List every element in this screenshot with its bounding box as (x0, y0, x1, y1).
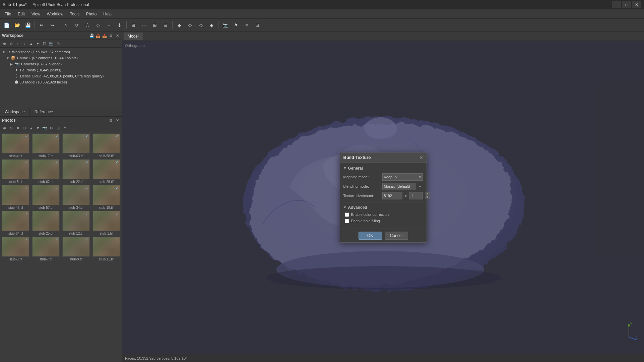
texture-size-input[interactable] (382, 192, 402, 199)
tree-workspace[interactable]: ▼ 🗂 Workspace (1 chunks, 67 cameras) (0, 49, 122, 55)
photos-grid-view[interactable]: ⊞ (55, 125, 61, 131)
photos-capture[interactable]: 📷 (42, 125, 48, 131)
workspace-import-btn[interactable]: 📥 (95, 33, 101, 38)
tree-3d-model[interactable]: ⬟ 3D Model (10,332,928 faces) (0, 79, 122, 85)
ws-remove[interactable]: ⊖ (8, 41, 14, 47)
toolbar-shape3[interactable]: ◇ (196, 20, 206, 30)
minimize-button[interactable]: – (612, 1, 621, 8)
photo-item[interactable]: ✓stub-12.tif (62, 211, 90, 235)
menu-tools[interactable]: Tools (67, 10, 83, 18)
photo-item[interactable]: ✓stub-63.tif (62, 133, 90, 158)
enable-hole-filling-checkbox[interactable] (345, 219, 349, 223)
texture-count-up[interactable]: ▲ (425, 192, 430, 195)
toolbar-hex[interactable]: ⬡ (82, 20, 92, 30)
toolbar-align[interactable]: ⊡ (252, 20, 262, 30)
photo-item[interactable]: ✓stub-7.tif (31, 237, 60, 261)
menu-workflow[interactable]: Workflow (44, 10, 67, 18)
ws-add-chunk[interactable]: ⊕ (1, 41, 7, 47)
viewport-content[interactable]: Orthographic Y Z Build Texture ✕ (122, 41, 644, 354)
photo-item[interactable]: ✓stub-5.tif (1, 159, 30, 184)
toolbar-move[interactable]: ↔ (104, 20, 114, 30)
tree-cameras[interactable]: ▶ 📷 Cameras (67/67 aligned) (0, 61, 122, 67)
ws-import[interactable]: ↑ (15, 41, 21, 47)
toolbar-rotate[interactable]: ⟳ (72, 20, 82, 30)
enable-hole-filling-label[interactable]: Enable hole filling (351, 219, 380, 223)
menu-view[interactable]: View (28, 10, 44, 18)
toolbar-cross[interactable]: ✛ (115, 20, 125, 30)
photos-check[interactable]: ☐ (21, 125, 27, 131)
toolbar-redo[interactable]: ↪ (47, 20, 57, 30)
enable-color-correction-label[interactable]: Enable color correction (351, 213, 389, 217)
ws-export[interactable]: ↓ (21, 41, 27, 47)
toolbar-shape4[interactable]: ◆ (206, 20, 216, 30)
toolbar-select[interactable]: ↖ (61, 20, 71, 30)
toolbar-flag[interactable]: ⚑ (231, 20, 241, 30)
photos-list-view[interactable]: ≡ (62, 125, 68, 131)
photo-item[interactable]: ✓stub-3.tif (1, 237, 30, 261)
tree-chunk[interactable]: ▼ 📦 Chunk 1 (67 cameras, 18,449 points) (0, 55, 122, 61)
toolbar-grid[interactable]: ⊞ (150, 20, 160, 30)
toolbar-shape1[interactable]: ◆ (174, 20, 184, 30)
workspace-close-btn[interactable]: ✕ (115, 33, 120, 38)
workspace-export-btn[interactable]: 📤 (102, 33, 107, 38)
close-button[interactable]: ✕ (632, 1, 641, 8)
photo-item[interactable]: ✓stub-22.tif (62, 159, 90, 184)
photo-item[interactable]: ✓stub-64.tif (1, 211, 30, 235)
photo-item[interactable]: ✓stub-29.tif (92, 159, 121, 184)
toolbar-mesh[interactable]: ⊞ (128, 20, 138, 30)
ws-move-up[interactable]: ▲ (28, 41, 34, 47)
workspace-save-btn[interactable]: 💾 (89, 33, 94, 38)
photo-item[interactable]: ✓stub-25.tif (31, 211, 60, 235)
dialog-close-button[interactable]: ✕ (419, 155, 423, 160)
photo-item[interactable]: ✓stub-46.tif (1, 185, 30, 209)
ws-check[interactable]: ☐ (42, 41, 48, 47)
viewport-tab-model[interactable]: Model (124, 33, 143, 40)
photo-item[interactable]: ✓stub-11.tif (92, 237, 121, 261)
ws-capture[interactable]: 📷 (48, 41, 54, 47)
photo-item[interactable]: ✓stub-17.tif (31, 133, 60, 158)
photos-up[interactable]: ▲ (28, 125, 34, 131)
toolbar-open[interactable]: 📂 (12, 20, 22, 30)
ok-button[interactable]: OK (359, 232, 382, 240)
toolbar-grid2[interactable]: ⊟ (160, 20, 171, 30)
photos-remove[interactable]: ⊖ (8, 125, 14, 131)
photo-item[interactable]: ✓stub-4.tif (1, 133, 30, 158)
texture-count-input[interactable] (409, 192, 423, 199)
tree-dense-cloud[interactable]: ⋮ Dense Cloud (42,085,816 points, Ultra … (0, 73, 122, 79)
photo-item[interactable]: ✓stub-34.tif (62, 185, 90, 209)
photos-settings[interactable]: ⚙ (48, 125, 54, 131)
photos-import[interactable]: ✕ (15, 125, 21, 131)
photo-item[interactable]: ✓stub-57.tif (31, 185, 60, 209)
toolbar-camera[interactable]: 📷 (220, 20, 230, 30)
ws-grid[interactable]: ⊞ (55, 41, 61, 47)
photo-item[interactable]: ✓stub-62.tif (31, 159, 60, 184)
cancel-button[interactable]: Cancel (385, 232, 408, 240)
toolbar-undo[interactable]: ↩ (37, 20, 47, 30)
tab-reference[interactable]: Reference (30, 108, 58, 116)
photos-down[interactable]: ▼ (35, 125, 41, 131)
workspace-float-btn[interactable]: ⧉ (108, 33, 114, 38)
toolbar-save[interactable]: 💾 (23, 20, 33, 30)
enable-color-correction-checkbox[interactable] (345, 213, 349, 217)
toolbar-diamond[interactable]: ◇ (93, 20, 103, 30)
menu-photo[interactable]: Photo (83, 10, 100, 18)
tab-workspace[interactable]: Workspace (0, 108, 30, 116)
blending-mode-select[interactable]: Mosaic (default) Average Disabled Max in… (382, 183, 416, 190)
menu-file[interactable]: File (1, 10, 14, 18)
photo-item[interactable]: ✓stub-18.tif (92, 185, 121, 209)
ws-move-down[interactable]: ▼ (35, 41, 41, 47)
photo-item[interactable]: ✓stub-1.tif (92, 211, 121, 235)
photo-item[interactable]: ✓stub-58.tif (92, 133, 121, 158)
tree-tie-points[interactable]: ✦ Tie Points (18,449 points) (0, 67, 122, 73)
toolbar-shape2[interactable]: ◇ (185, 20, 195, 30)
toolbar-ruler[interactable]: ≡ (242, 20, 252, 30)
toolbar-points[interactable]: ⋯ (139, 20, 149, 30)
mapping-mode-select[interactable]: Keep uv Generic Adaptive orthophoto Orth… (382, 173, 423, 181)
toolbar-new[interactable]: 📄 (1, 20, 11, 30)
photos-float-btn[interactable]: ⧉ (108, 118, 114, 123)
maximize-button[interactable]: □ (622, 1, 631, 8)
photos-add[interactable]: ⊕ (1, 125, 7, 131)
photo-item[interactable]: ✓stub-9.tif (62, 237, 90, 261)
texture-count-down[interactable]: ▼ (425, 196, 430, 199)
menu-help[interactable]: Help (100, 10, 115, 18)
